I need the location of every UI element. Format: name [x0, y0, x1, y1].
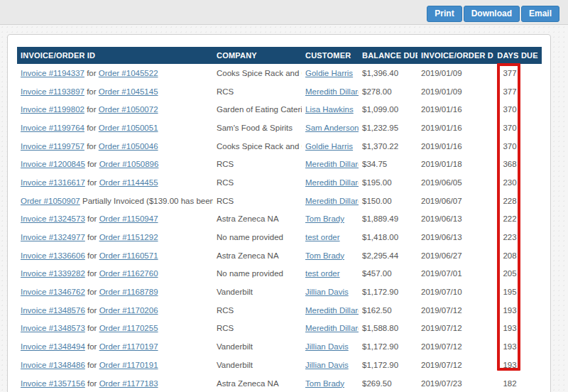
invoice-link[interactable]: Invoice #1324573 — [21, 214, 85, 223]
invoice-order-date-cell: 2019/06/13 — [417, 210, 493, 229]
customer-link[interactable]: Jillian Davis — [305, 342, 349, 351]
company-cell: Vanderbilt — [213, 337, 302, 356]
invoice-link[interactable]: Invoice #1194337 — [21, 69, 84, 77]
table-row: Invoice #1199764 for Order #1050051 Sam'… — [17, 119, 542, 137]
invoice-order-date-cell: 2019/07/10 — [417, 283, 493, 301]
invoice-link[interactable]: Invoice #1200845 — [21, 160, 85, 168]
company-cell: RCS — [213, 192, 302, 210]
customer-link[interactable]: Goldie Harris — [305, 142, 353, 151]
days-due-cell: 193 — [493, 301, 542, 320]
row-id-text: for — [85, 306, 99, 315]
column-header-company: COMPANY — [213, 47, 302, 64]
invoice-link[interactable]: Invoice #1199802 — [21, 105, 84, 114]
order-link[interactable]: Order #1170255 — [99, 324, 158, 332]
order-link[interactable]: Order #1160571 — [99, 251, 158, 260]
customer-link[interactable]: Lisa Hawkins — [305, 105, 354, 114]
customer-link[interactable]: Meredith Dillard — [305, 178, 359, 187]
invoice-link[interactable]: Invoice #1348573 — [21, 324, 85, 332]
balance-due-cell: $269.50 — [359, 374, 417, 392]
company-cell: Sam's Food & Spirits — [213, 119, 302, 137]
invoice-order-date-cell: 2019/06/27 — [417, 246, 493, 265]
order-link[interactable]: Order #1144455 — [99, 178, 158, 187]
customer-link[interactable]: Meredith Dillard — [305, 324, 359, 332]
column-header-invoice-order-id: INVOICE/ORDER ID — [17, 47, 213, 64]
print-button[interactable]: Print — [427, 6, 462, 22]
invoice-link[interactable]: Invoice #1199764 — [21, 124, 84, 132]
table-row: Invoice #1316617 for Order #1144455 RCS … — [17, 173, 542, 192]
order-link[interactable]: Order #1151292 — [99, 233, 158, 241]
email-button[interactable]: Email — [521, 6, 559, 22]
invoice-link[interactable]: Invoice #1357156 — [21, 379, 85, 388]
customer-link[interactable]: Meredith Dillard — [305, 306, 359, 315]
balance-due-cell: $162.50 — [359, 301, 417, 320]
balance-due-cell: $2,295.44 — [359, 246, 417, 265]
order-link[interactable]: Order #1045145 — [99, 87, 158, 96]
customer-cell: Goldie Harris — [302, 64, 359, 82]
days-due-cell: 222 — [493, 210, 542, 229]
customer-link[interactable]: Tom Brady — [305, 214, 344, 223]
days-due-value: 208 — [498, 251, 521, 260]
customer-link[interactable]: Jillian Davis — [305, 288, 349, 296]
order-link[interactable]: Order #1177183 — [99, 379, 158, 388]
customer-link[interactable]: Tom Brady — [305, 379, 344, 388]
days-due-value: 193 — [498, 324, 521, 332]
invoice-order-date-cell: 2019/01/16 — [417, 119, 493, 137]
customer-cell: Jillian Davis — [302, 356, 359, 374]
balance-due-cell: $1,588.80 — [359, 320, 417, 338]
table-row: Invoice #1346762 for Order #1168789 Vand… — [17, 283, 542, 301]
days-due-value: 195 — [498, 288, 521, 296]
invoice-order-cell: Invoice #1357156 for Order #1177183 — [17, 374, 213, 392]
order-link[interactable]: Order #1050046 — [99, 142, 158, 151]
invoice-order-cell: Invoice #1324573 for Order #1150947 — [17, 210, 213, 229]
order-link[interactable]: Order #1168789 — [99, 288, 158, 296]
order-link[interactable]: Order #1162760 — [99, 269, 158, 278]
order-link[interactable]: Order #1045522 — [99, 69, 158, 77]
order-link[interactable]: Order #1170191 — [99, 361, 158, 369]
invoice-order-date-cell: 2019/06/07 — [417, 192, 493, 210]
customer-cell: Tom Brady — [302, 210, 359, 229]
invoice-order-date-cell: 2019/07/12 — [417, 337, 493, 356]
customer-link[interactable]: Goldie Harris — [305, 69, 353, 77]
download-button[interactable]: Download — [464, 6, 520, 22]
invoice-order-date-cell: 2019/01/09 — [417, 64, 493, 82]
company-cell: No name provided — [213, 228, 302, 246]
order-link[interactable]: Order #1050896 — [99, 160, 159, 168]
table-row: Invoice #1324977 for Order #1151292 No n… — [17, 228, 542, 246]
customer-link[interactable]: Jillian Davis — [305, 361, 349, 369]
invoice-link[interactable]: Invoice #1336606 — [21, 251, 85, 260]
customer-link[interactable]: Meredith Dillard — [305, 160, 359, 168]
invoice-link[interactable]: Invoice #1348494 — [21, 342, 85, 351]
customer-link[interactable]: test order — [305, 269, 340, 278]
invoice-link[interactable]: Invoice #1348486 — [21, 361, 85, 369]
days-due-cell: 223 — [493, 228, 542, 246]
invoice-link[interactable]: Invoice #1316617 — [21, 178, 85, 187]
customer-link[interactable]: Sam Anderson — [305, 124, 359, 132]
days-due-cell: 228 — [493, 192, 542, 210]
invoice-link[interactable]: Invoice #1193897 — [21, 87, 84, 96]
order-link[interactable]: Order #1150947 — [99, 214, 158, 223]
invoice-link[interactable]: Invoice #1199757 — [21, 142, 84, 151]
order-link[interactable]: Order #1050072 — [99, 105, 158, 114]
invoice-link[interactable]: Invoice #1324977 — [21, 233, 85, 241]
invoice-link[interactable]: Invoice #1346762 — [21, 288, 85, 296]
customer-link[interactable]: test order — [305, 233, 340, 241]
customer-link[interactable]: Meredith Dillard — [305, 87, 359, 96]
table-row: Invoice #1324573 for Order #1150947 Astr… — [17, 210, 542, 229]
order-link[interactable]: Order #1170197 — [99, 342, 158, 351]
invoice-link[interactable]: Invoice #1348576 — [21, 306, 85, 315]
days-due-value: 377 — [498, 69, 521, 77]
row-id-text: for — [84, 142, 99, 151]
invoice-link[interactable]: Invoice #1339282 — [21, 269, 85, 278]
balance-due-cell: $1,232.95 — [359, 119, 417, 137]
row-id-text: for — [85, 251, 99, 260]
customer-link[interactable]: Meredith Dillard — [305, 197, 359, 205]
toolbar-button-group: Print Download Email — [427, 6, 559, 22]
company-cell: RCS — [213, 82, 302, 101]
customer-link[interactable]: Tom Brady — [305, 251, 344, 260]
order-link[interactable]: Order #1050051 — [99, 124, 158, 132]
invoice-order-date-cell: 2019/06/05 — [417, 173, 493, 192]
invoice-link[interactable]: Order #1050907 — [21, 197, 80, 205]
days-due-value: 222 — [498, 214, 521, 223]
invoice-order-cell: Invoice #1336606 for Order #1160571 — [17, 246, 213, 265]
order-link[interactable]: Order #1170206 — [99, 306, 158, 315]
